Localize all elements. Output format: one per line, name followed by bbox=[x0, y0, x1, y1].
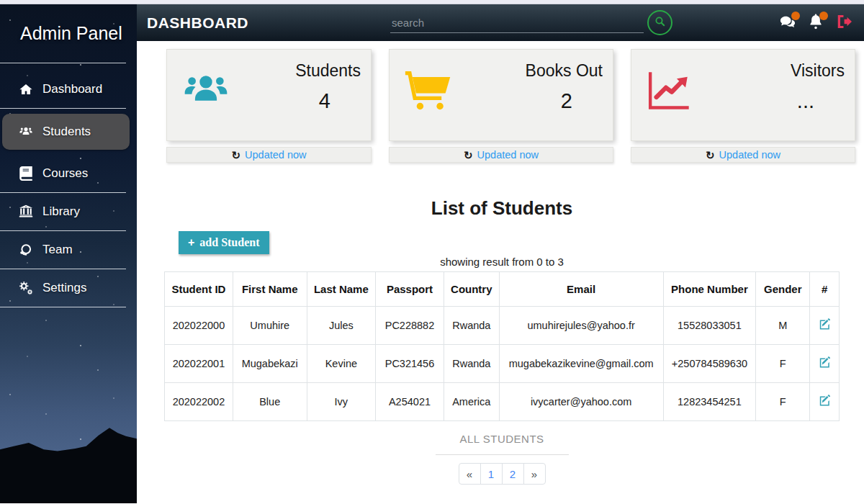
cell-phone: +250784589630 bbox=[663, 345, 756, 383]
cell-gender: F bbox=[756, 383, 810, 421]
edit-icon bbox=[819, 318, 831, 333]
updated-now-link[interactable]: Updated now bbox=[245, 149, 306, 161]
search-button[interactable] bbox=[647, 10, 672, 35]
visitors-stat-card[interactable]: Visitors ... bbox=[631, 49, 855, 141]
cell-first-name: Umuhire bbox=[233, 307, 307, 345]
logout-icon bbox=[836, 14, 852, 32]
dashboard-content: Students 4 Books Out 2 bbox=[137, 41, 864, 485]
pagination-page-1[interactable]: 1 bbox=[480, 463, 503, 485]
sidebar-item-team[interactable]: Team bbox=[0, 231, 137, 269]
table-row: 202022000 Umuhire Jules PC228882 Rwanda … bbox=[165, 307, 840, 345]
cell-gender: M bbox=[756, 307, 810, 345]
cell-first-name: Mugabekazi bbox=[233, 345, 307, 383]
card-value: 2 bbox=[460, 89, 604, 113]
sidebar-item-dashboard[interactable]: Dashboard bbox=[0, 71, 137, 108]
add-student-button[interactable]: + add Student bbox=[179, 231, 269, 254]
users-icon bbox=[181, 61, 238, 132]
pagination-next-button[interactable]: » bbox=[523, 463, 546, 485]
updated-now-strip: ↻ Updated now bbox=[389, 147, 613, 163]
card-footers-row: ↻ Updated now ↻ Updated now ↻ Updated no… bbox=[137, 147, 864, 163]
search-input[interactable] bbox=[390, 13, 644, 33]
cell-passport: PC321456 bbox=[376, 345, 444, 383]
app-title: Admin Panel bbox=[0, 4, 137, 44]
topbar-icon-group bbox=[779, 14, 852, 32]
card-value: ... bbox=[702, 89, 846, 113]
cart-icon bbox=[404, 61, 460, 132]
notification-badge bbox=[791, 12, 800, 20]
showing-result-text: showing result from 0 to 3 bbox=[164, 256, 840, 268]
edit-row-button[interactable] bbox=[819, 318, 831, 333]
cell-email: mugabekazikevine@gmail.com bbox=[499, 345, 663, 383]
divider bbox=[0, 63, 126, 63]
search-icon bbox=[654, 15, 667, 30]
table-row: 202022002 Blue Ivy A254021 America ivyca… bbox=[165, 383, 840, 421]
updated-now-strip: ↻ Updated now bbox=[166, 147, 372, 163]
sidebar-item-label: Dashboard bbox=[42, 82, 102, 96]
divider bbox=[436, 454, 569, 455]
col-student-id: Student ID bbox=[165, 272, 233, 307]
refresh-icon: ↻ bbox=[464, 150, 473, 161]
plus-icon: + bbox=[188, 236, 194, 249]
users-icon bbox=[19, 125, 33, 139]
cell-last-name: Ivy bbox=[307, 383, 375, 421]
sidebar-item-settings[interactable]: Settings bbox=[0, 269, 137, 307]
notification-badge bbox=[819, 12, 828, 20]
updated-now-link[interactable]: Updated now bbox=[477, 149, 539, 161]
cell-first-name: Blue bbox=[233, 383, 307, 421]
cell-country: Rwanda bbox=[444, 307, 499, 345]
cell-passport: PC228882 bbox=[376, 307, 444, 345]
cell-last-name: Kevine bbox=[307, 345, 375, 383]
messages-button[interactable] bbox=[779, 14, 796, 32]
top-bar: DASHBOARD bbox=[137, 4, 864, 41]
col-first-name: First Name bbox=[233, 272, 307, 307]
divider bbox=[0, 108, 126, 109]
updated-now-link[interactable]: Updated now bbox=[719, 149, 780, 161]
cell-phone: 15528033051 bbox=[663, 307, 756, 345]
gears-icon bbox=[19, 281, 33, 295]
app-window: Admin Panel Dashboard bbox=[0, 4, 864, 503]
cell-student-id: 202022000 bbox=[165, 307, 233, 345]
sidebar-item-library[interactable]: Library bbox=[0, 193, 137, 230]
sidebar-menu: Dashboard Students bbox=[0, 71, 137, 307]
sidebar-item-students[interactable]: Students bbox=[2, 114, 130, 150]
sidebar-item-label: Students bbox=[42, 125, 91, 139]
chart-line-icon bbox=[646, 61, 702, 132]
sidebar-item-courses[interactable]: Courses bbox=[0, 155, 137, 192]
sidebar-item-label: Team bbox=[42, 243, 73, 257]
col-gender: Gender bbox=[756, 272, 810, 307]
logout-button[interactable] bbox=[835, 14, 852, 32]
page-title: DASHBOARD bbox=[147, 14, 248, 32]
cell-phone: 12823454251 bbox=[663, 383, 756, 421]
library-building-icon bbox=[19, 204, 33, 219]
students-stat-card[interactable]: Students 4 bbox=[166, 49, 372, 141]
cell-gender: F bbox=[756, 345, 810, 383]
table-header-row: Student ID First Name Last Name Passport… bbox=[165, 272, 840, 307]
card-title: Students bbox=[238, 61, 362, 81]
edit-icon bbox=[819, 395, 831, 409]
pagination-prev-button[interactable]: « bbox=[459, 463, 481, 485]
sidebar-item-label: Courses bbox=[42, 166, 88, 181]
add-student-label: add Student bbox=[199, 236, 259, 249]
cell-student-id: 202022001 bbox=[165, 345, 233, 383]
col-actions: # bbox=[810, 272, 840, 307]
cell-last-name: Jules bbox=[307, 307, 375, 345]
col-phone: Phone Number bbox=[663, 272, 756, 307]
pagination: « 1 2 » bbox=[164, 463, 840, 485]
edit-row-button[interactable] bbox=[819, 356, 831, 371]
col-email: Email bbox=[499, 272, 663, 307]
students-section: List of Students + add Student showing r… bbox=[164, 197, 840, 485]
main-area: DASHBOARD bbox=[137, 4, 864, 503]
edit-icon bbox=[819, 356, 831, 371]
cell-passport: A254021 bbox=[376, 383, 444, 421]
notifications-button[interactable] bbox=[807, 14, 824, 32]
cell-country: America bbox=[444, 383, 499, 421]
pagination-page-2[interactable]: 2 bbox=[502, 463, 524, 485]
table-row: 202022001 Mugabekazi Kevine PC321456 Rwa… bbox=[165, 345, 840, 383]
book-icon bbox=[19, 166, 33, 181]
cell-country: Rwanda bbox=[444, 345, 499, 383]
section-heading: List of Students bbox=[164, 197, 840, 220]
sidebar-item-label: Library bbox=[42, 204, 80, 219]
edit-row-button[interactable] bbox=[819, 395, 831, 409]
books-out-stat-card[interactable]: Books Out 2 bbox=[389, 49, 613, 141]
all-students-label: ALL STUDENTS bbox=[164, 433, 840, 445]
